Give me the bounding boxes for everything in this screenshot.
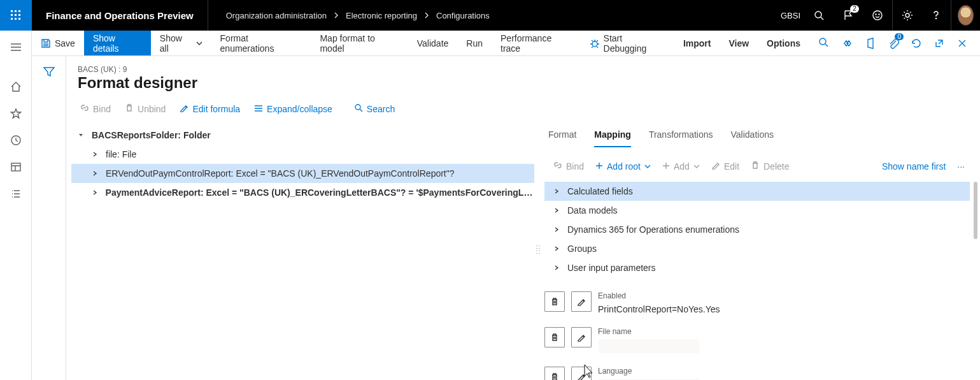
app-launcher[interactable] [0,0,32,31]
show-details-button[interactable]: Show details [84,31,151,55]
tab-format[interactable]: Format [548,129,576,147]
trash-icon [550,333,559,342]
attachments-button[interactable]: 0 [883,33,904,54]
map-delete-button[interactable]: Delete [746,158,794,174]
bind-button[interactable]: Bind [74,101,117,117]
office-button[interactable] [860,33,881,54]
expand-collapse-button[interactable]: Expand/collapse [248,101,339,117]
close-button[interactable] [952,33,972,54]
data-source-item[interactable]: User input parameters [544,258,970,277]
nav-modules[interactable] [4,185,27,203]
smile-icon [872,10,883,21]
splitter[interactable] [534,121,542,380]
caret-right-icon [544,207,562,214]
waffle-icon [11,10,21,20]
show-all-button[interactable]: Show all [151,31,211,55]
nav-home[interactable] [4,78,27,96]
tab-validations[interactable]: Validations [731,129,774,147]
data-source-item[interactable]: Data models [544,201,970,220]
svg-point-18 [820,38,826,45]
search-icon [818,37,828,49]
property-value: PrintControlReport=NoYes.Yes [598,303,720,314]
question-icon [930,10,942,21]
tree-search-button[interactable]: Search [348,101,401,117]
file-name-input[interactable] [598,339,700,354]
caret-right-icon [89,170,101,177]
start-debugging-button[interactable]: Start Debugging [581,31,674,55]
property-file-name: File name [544,327,970,354]
chevron-down-icon [196,38,202,48]
commandbar-right: 0 [837,31,980,55]
edit-formula-button[interactable] [571,291,592,312]
validate-button[interactable]: Validate [408,31,458,55]
edit-formula-button[interactable] [571,367,592,380]
data-source-item[interactable]: Groups [544,239,970,258]
popout-button[interactable] [929,33,949,54]
filter-pane-toggle[interactable] [32,56,66,380]
property-label: File name [598,327,700,336]
caret-right-icon [544,188,562,194]
topbar: Finance and Operations Preview Organizat… [0,0,980,31]
page-title: Format designer [78,74,980,92]
notifications-button[interactable]: 2 [834,0,863,31]
search-button[interactable] [804,0,834,31]
tree-node[interactable]: file: File [71,145,534,164]
nav-hamburger[interactable] [4,38,27,56]
delete-formula-button[interactable] [544,367,565,380]
data-source-item[interactable]: Calculated fields [544,182,970,201]
chevron-down-icon [644,161,651,172]
map-format-to-model-button[interactable]: Map format to model [311,31,408,55]
commandbar-search[interactable] [809,31,837,55]
refresh-button[interactable] [906,33,927,54]
settings-button[interactable] [892,0,921,31]
edit-formula-button[interactable] [571,327,592,347]
data-source-item[interactable]: Dynamics 365 for Operations enumerations [544,220,970,239]
chevron-right-icon [333,11,339,20]
edit-formula-button[interactable]: Edit formula [173,101,246,117]
home-icon [10,81,22,92]
breadcrumb-item[interactable]: Organization administration [226,11,327,20]
feedback-button[interactable] [863,0,892,31]
performance-trace-button[interactable]: Performance trace [492,31,581,55]
user-menu[interactable] [951,0,980,31]
format-enumerations-button[interactable]: Format enumerations [211,31,311,55]
link-button[interactable] [837,33,858,54]
caret-right-icon [544,245,562,252]
tab-transformations[interactable]: Transformations [649,129,713,147]
breadcrumb-item[interactable]: Electronic reporting [346,11,417,20]
scrollbar[interactable] [974,182,977,239]
more-button[interactable]: ··· [952,159,970,174]
save-button[interactable]: Save [32,31,84,55]
run-button[interactable]: Run [457,31,492,55]
chevron-down-icon [693,161,700,172]
breadcrumb: Organization administration Electronic r… [208,11,490,20]
delete-formula-button[interactable] [544,327,565,347]
nav-favorites[interactable] [4,105,27,122]
add-button[interactable]: Add [657,159,705,174]
tree-node[interactable]: PaymentAdviceReport: Excel = "BACS (UK)_… [71,183,534,202]
tab-mapping[interactable]: Mapping [594,129,631,147]
gear-icon [902,10,913,21]
show-name-first-button[interactable]: Show name first [877,159,951,174]
breadcrumb-item[interactable]: Configurations [436,11,490,20]
add-root-button[interactable]: Add root [590,159,656,174]
map-bind-button[interactable]: Bind [548,158,589,174]
delete-formula-button[interactable] [544,291,565,312]
view-button[interactable]: View [720,31,758,55]
help-button[interactable] [921,0,951,31]
unbind-button[interactable]: Unbind [118,101,172,117]
svg-point-9 [815,11,821,18]
save-icon [41,38,51,48]
tree-node[interactable]: ERVendOutPaymControlReport: Excel = "BAC… [71,164,534,183]
company-picker[interactable]: GBSI [781,11,804,20]
nav-recent[interactable] [4,131,27,149]
grip-icon [536,244,540,257]
options-button[interactable]: Options [758,31,809,55]
import-button[interactable]: Import [674,31,720,55]
tree-root[interactable]: BACSReportsFolder: Folder [71,126,534,145]
nav-workspaces[interactable] [4,158,27,176]
svg-rect-5 [18,14,20,16]
map-edit-button[interactable]: Edit [706,158,744,174]
avatar [958,5,974,26]
property-enabled: Enabled PrintControlReport=NoYes.Yes [544,291,970,314]
